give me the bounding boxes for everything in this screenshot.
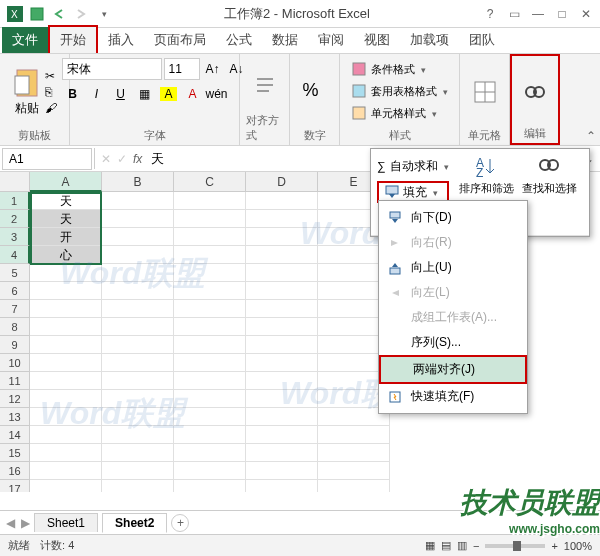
cell[interactable] — [246, 372, 318, 390]
zoom-in-icon[interactable]: + — [551, 540, 557, 552]
border-button[interactable]: ▦ — [134, 83, 156, 105]
zoom-level[interactable]: 100% — [564, 540, 592, 552]
cell[interactable] — [318, 426, 390, 444]
cell[interactable] — [102, 390, 174, 408]
cell[interactable] — [30, 372, 102, 390]
cell[interactable] — [246, 210, 318, 228]
row-header[interactable]: 16 — [0, 462, 30, 480]
cell[interactable] — [102, 426, 174, 444]
fill-color-button[interactable]: A — [158, 83, 180, 105]
cell[interactable] — [246, 480, 318, 492]
edit-button[interactable] — [521, 78, 549, 106]
cell[interactable] — [174, 192, 246, 210]
redo-icon[interactable] — [72, 5, 90, 23]
fx-icon[interactable]: fx — [133, 152, 142, 166]
menu-fill-flash[interactable]: 快速填充(F) — [379, 384, 527, 409]
row-header[interactable]: 5 — [0, 264, 30, 282]
qat-customize-icon[interactable] — [94, 5, 112, 23]
tab-home[interactable]: 开始 — [48, 25, 98, 53]
cell[interactable] — [318, 462, 390, 480]
tab-insert[interactable]: 插入 — [98, 27, 144, 53]
row-header[interactable]: 12 — [0, 390, 30, 408]
row-header[interactable]: 14 — [0, 426, 30, 444]
cell[interactable] — [174, 426, 246, 444]
cell[interactable] — [102, 480, 174, 492]
cell[interactable] — [174, 444, 246, 462]
cell[interactable] — [30, 336, 102, 354]
cell[interactable] — [30, 426, 102, 444]
cell[interactable] — [174, 372, 246, 390]
cell[interactable] — [30, 318, 102, 336]
cell[interactable] — [102, 210, 174, 228]
spreadsheet-grid[interactable]: A B C D E 1天2天3开4心567891011121314151617 — [0, 172, 390, 492]
cell[interactable] — [174, 354, 246, 372]
cell[interactable] — [102, 444, 174, 462]
cell[interactable] — [318, 480, 390, 492]
cell[interactable] — [30, 264, 102, 282]
find-select-button[interactable]: 查找和选择 — [522, 155, 577, 196]
tab-view[interactable]: 视图 — [354, 27, 400, 53]
font-name-combo[interactable] — [62, 58, 162, 80]
menu-fill-up[interactable]: 向上(U) — [379, 255, 527, 280]
cell[interactable] — [246, 300, 318, 318]
ribbon-collapse-icon[interactable]: ⌃ — [586, 129, 596, 143]
cell[interactable] — [246, 462, 318, 480]
number-button[interactable]: % — [301, 78, 329, 106]
ribbon-options-icon[interactable]: ▭ — [506, 6, 522, 22]
cancel-icon[interactable]: ✕ — [101, 152, 111, 166]
cell[interactable] — [246, 390, 318, 408]
cell[interactable] — [174, 228, 246, 246]
conditional-format-button[interactable]: 条件格式 — [351, 58, 448, 80]
cell[interactable] — [174, 336, 246, 354]
cell-style-button[interactable]: 单元格样式 — [351, 102, 448, 124]
col-header-D[interactable]: D — [246, 172, 318, 192]
cell[interactable] — [246, 318, 318, 336]
tab-addins[interactable]: 加载项 — [400, 27, 459, 53]
cells-button[interactable] — [471, 78, 499, 106]
menu-fill-justify[interactable]: 两端对齐(J) — [379, 355, 527, 384]
cell[interactable] — [30, 300, 102, 318]
tab-formulas[interactable]: 公式 — [216, 27, 262, 53]
copy-icon[interactable]: ⎘ — [45, 85, 57, 99]
cell[interactable] — [102, 300, 174, 318]
cell[interactable] — [102, 336, 174, 354]
row-header[interactable]: 1 — [0, 192, 30, 210]
cell[interactable] — [30, 282, 102, 300]
cell[interactable] — [102, 318, 174, 336]
paste-button[interactable]: 粘贴 — [13, 68, 41, 117]
row-header[interactable]: 2 — [0, 210, 30, 228]
cell[interactable] — [246, 192, 318, 210]
cell[interactable] — [102, 354, 174, 372]
cut-icon[interactable]: ✂ — [45, 69, 57, 83]
bold-button[interactable]: B — [62, 83, 84, 105]
cell[interactable] — [30, 444, 102, 462]
cell[interactable] — [246, 336, 318, 354]
font-size-combo[interactable] — [164, 58, 200, 80]
cell[interactable] — [246, 444, 318, 462]
cell[interactable]: 心 — [30, 246, 102, 264]
font-color-button[interactable]: A — [182, 83, 204, 105]
col-header-C[interactable]: C — [174, 172, 246, 192]
cell[interactable] — [30, 390, 102, 408]
tab-pagelayout[interactable]: 页面布局 — [144, 27, 216, 53]
view-layout-icon[interactable]: ▤ — [441, 539, 451, 552]
zoom-slider[interactable] — [485, 544, 545, 548]
cell[interactable] — [174, 462, 246, 480]
autosum-button[interactable]: ∑自动求和 — [377, 155, 449, 177]
row-header[interactable]: 13 — [0, 408, 30, 426]
select-all-corner[interactable] — [0, 172, 30, 192]
row-header[interactable]: 10 — [0, 354, 30, 372]
cell[interactable] — [174, 210, 246, 228]
sort-filter-button[interactable]: AZ排序和筛选 — [459, 155, 514, 196]
underline-button[interactable]: U — [110, 83, 132, 105]
row-header[interactable]: 6 — [0, 282, 30, 300]
cell[interactable] — [174, 246, 246, 264]
cell[interactable] — [30, 354, 102, 372]
cell[interactable] — [174, 408, 246, 426]
cell[interactable] — [30, 408, 102, 426]
cell[interactable] — [246, 354, 318, 372]
row-header[interactable]: 15 — [0, 444, 30, 462]
menu-fill-down[interactable]: 向下(D) — [379, 205, 527, 230]
cell[interactable] — [246, 228, 318, 246]
italic-button[interactable]: I — [86, 83, 108, 105]
